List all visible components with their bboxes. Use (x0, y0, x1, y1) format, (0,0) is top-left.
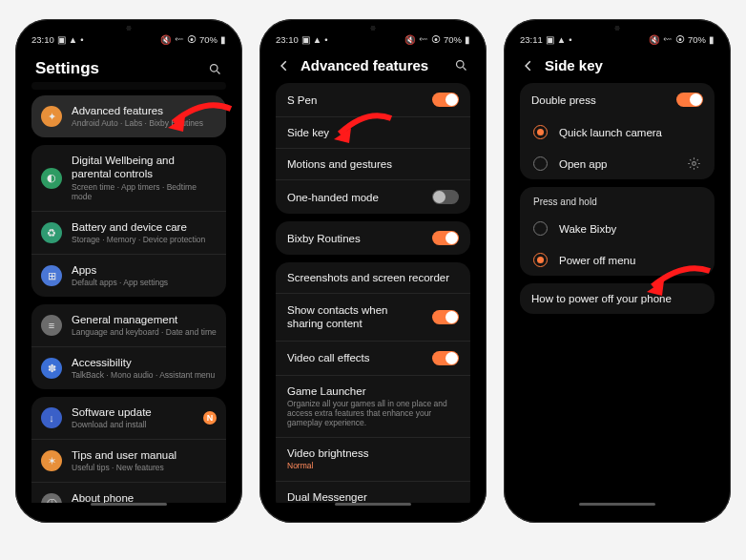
radio-icon[interactable] (533, 125, 548, 139)
status-icon-cloud: ▣ (57, 34, 66, 45)
settings-item-accessibility[interactable]: ✽ Accessibility TalkBack · Mono audio · … (31, 346, 226, 389)
settings-item-general[interactable]: ≡ General management Language and keyboa… (31, 304, 226, 346)
status-icon-nfc: ⦿ (675, 34, 685, 45)
toggle-s-pen[interactable] (432, 93, 459, 107)
nav-handle[interactable] (91, 503, 167, 506)
settings-item-tips[interactable]: ✶ Tips and user manual Useful tips · New… (31, 439, 226, 482)
row-dual-messenger[interactable]: Dual Messenger (276, 481, 470, 504)
search-icon[interactable] (208, 62, 222, 76)
phone-frame-2: 23:10 ▣ ▲ • 🔇 ⬳ ⦿ 70% ▮ Advanced feature… (259, 19, 487, 523)
camera-notch (369, 24, 378, 32)
gear-icon[interactable] (687, 156, 701, 171)
svg-point-2 (457, 61, 465, 69)
back-icon[interactable] (278, 59, 291, 73)
status-time: 23:11 (520, 34, 543, 45)
accessibility-icon: ✽ (41, 358, 62, 379)
settings-list[interactable]: ✦ Advanced features Android Auto · Labs … (22, 95, 236, 503)
battery-icon: ▮ (465, 34, 470, 45)
advanced-features-list[interactable]: S Pen Side key Motions and gestures One-… (266, 83, 480, 503)
update-badge: N (203, 411, 217, 425)
settings-item-battery[interactable]: ♻ Battery and device care Storage · Memo… (31, 211, 226, 254)
toggle-one-handed[interactable] (432, 190, 459, 204)
svg-line-1 (217, 71, 219, 73)
settings-item-advanced-features[interactable]: ✦ Advanced features Android Auto · Labs … (31, 95, 226, 137)
row-how-to-power-off[interactable]: How to power off your phone (520, 283, 715, 314)
status-battery-pct: 70% (199, 34, 218, 45)
status-icon-alarm: ▲ (313, 34, 321, 45)
radio-icon[interactable] (533, 253, 548, 267)
page-title: Side key (545, 57, 713, 73)
status-icon-mute: 🔇 (160, 34, 172, 45)
back-icon[interactable] (522, 59, 535, 73)
settings-item-software-update[interactable]: ↓ Software update Download and install N (31, 397, 226, 439)
item-title: Advanced features (72, 104, 217, 117)
status-icon-nfc: ⦿ (431, 34, 441, 45)
row-side-key[interactable]: Side key (276, 116, 470, 148)
status-icon-alarm: ▲ (557, 34, 566, 45)
status-icon-mute: 🔇 (649, 34, 660, 45)
about-icon: ⓘ (41, 493, 62, 503)
svg-line-3 (463, 67, 466, 70)
status-icon-cloud: ▣ (301, 34, 310, 45)
update-icon: ↓ (41, 407, 62, 428)
toggle-double-press[interactable] (676, 93, 703, 107)
battery-care-icon: ♻ (41, 222, 62, 243)
item-subtitle: Android Auto · Labs · Bixby Routines (72, 118, 217, 129)
status-icon-dot: • (80, 34, 83, 45)
battery-icon: ▮ (709, 34, 715, 45)
status-icon-dot: • (324, 34, 327, 45)
search-icon[interactable] (454, 58, 468, 73)
status-time: 23:10 (31, 34, 54, 45)
phone-frame-3: 23:11 ▣ ▲ • 🔇 ⬳ ⦿ 70% ▮ Side key Double … (504, 19, 731, 523)
radio-power-off-menu[interactable]: Power off menu (520, 244, 715, 276)
radio-icon[interactable] (533, 221, 548, 236)
nav-handle[interactable] (579, 503, 655, 506)
apps-icon: ⊞ (41, 265, 62, 286)
row-one-handed[interactable]: One-handed mode (276, 179, 470, 214)
page-header: Advanced features (266, 50, 480, 83)
page-title: Advanced features (300, 57, 445, 73)
toggle-video-call[interactable] (432, 351, 459, 365)
status-icon-wifi: ⬳ (419, 34, 428, 45)
status-icon-wifi: ⬳ (175, 34, 184, 45)
radio-wake-bixby[interactable]: Wake Bixby (520, 213, 715, 244)
row-bixby-routines[interactable]: Bixby Routines (276, 221, 470, 255)
battery-icon: ▮ (220, 34, 226, 45)
status-time: 23:10 (276, 34, 299, 45)
row-double-press[interactable]: Double press (520, 83, 715, 116)
settings-item-about[interactable]: ⓘ About phone Status · Legal information… (31, 482, 226, 503)
settings-item-apps[interactable]: ⊞ Apps Default apps · App settings (31, 254, 226, 297)
status-icon-alarm: ▲ (69, 34, 77, 45)
scroll-blur (31, 82, 226, 90)
gear-icon: ✦ (41, 106, 62, 127)
radio-open-app[interactable]: Open app (520, 148, 715, 179)
page-title: Settings (35, 59, 198, 78)
radio-quick-launch-camera[interactable]: Quick launch camera (520, 116, 715, 148)
settings-item-digital-wellbeing[interactable]: ◐ Digital Wellbeing and parental control… (31, 145, 226, 211)
status-icon-wifi: ⬳ (663, 34, 673, 45)
nav-handle[interactable] (335, 503, 411, 506)
status-icon-mute: 🔇 (404, 34, 416, 45)
row-s-pen[interactable]: S Pen (276, 83, 470, 116)
side-key-settings: Double press Quick launch camera Open ap… (510, 83, 724, 503)
toggle-bixby[interactable] (432, 231, 459, 245)
status-battery-pct: 70% (688, 34, 706, 45)
toggle-contacts[interactable] (432, 310, 459, 324)
row-motions[interactable]: Motions and gestures (276, 148, 470, 179)
camera-notch (613, 24, 622, 32)
status-battery-pct: 70% (444, 34, 462, 45)
tips-icon: ✶ (41, 450, 62, 471)
status-icon-nfc: ⦿ (187, 34, 197, 45)
row-video-call[interactable]: Video call effects (276, 341, 470, 375)
page-header: Side key (510, 50, 724, 83)
row-show-contacts[interactable]: Show contacts when sharing content (276, 293, 470, 341)
row-game-launcher[interactable]: Game Launcher Organize all your games al… (276, 375, 470, 438)
section-press-hold: Press and hold (520, 187, 715, 213)
phone-frame-1: 23:10 ▣ ▲ • 🔇 ⬳ ⦿ 70% ▮ Settings ✦ (15, 19, 242, 523)
row-video-brightness[interactable]: Video brightness Normal (276, 437, 470, 480)
page-header: Settings (22, 50, 236, 82)
status-icon-dot: • (569, 34, 571, 45)
svg-point-0 (211, 64, 218, 72)
row-screenshots[interactable]: Screenshots and screen recorder (276, 262, 470, 293)
radio-icon[interactable] (533, 156, 548, 171)
